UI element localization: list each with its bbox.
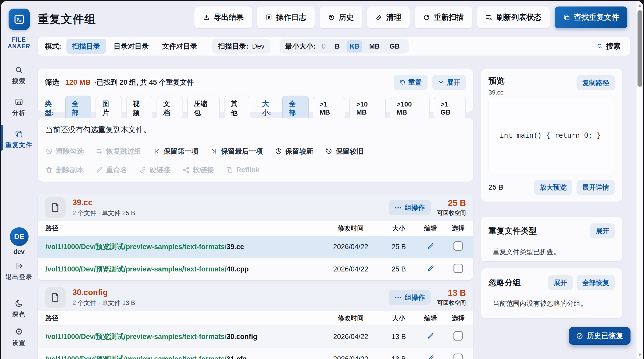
mode-bar: 模式: 扫描目录 目录对目录 文件对目录 扫描目录: Dev 最小大小: 0 B… [38,37,630,56]
operation-log-button[interactable]: 操作日志 [257,6,315,28]
size-all[interactable]: 全部 [282,96,308,121]
unit-mb[interactable]: MB [366,40,383,52]
scrollbar-thumb[interactable] [638,10,642,87]
sidebar-item-duplicates[interactable]: 重复文件 [1,130,37,149]
scan-directory-value[interactable]: Dev [252,42,265,50]
restore-skipped-groups-action[interactable]: 恢复跳过组 [96,147,141,156]
history-restored-toast[interactable]: 历史已恢复 [569,327,631,345]
table-row[interactable]: /vol1/1000/Dev/预览测试/preview-samples/text… [38,325,473,348]
sidebar-item-analytics[interactable]: 分析 [1,97,37,117]
app-logo[interactable] [9,9,30,30]
edit-button[interactable] [427,355,434,359]
edit-button[interactable] [427,332,434,340]
size-gt1mb[interactable]: >1 MB [313,97,345,120]
table-row[interactable]: /vol1/1000/Dev/预览测试/preview-samples/text… [38,236,473,258]
sidebar-item-theme[interactable]: 深色 [1,299,37,318]
keep-newer-action[interactable]: 保留较新 [275,147,313,156]
gear-icon: ⚙ [15,327,23,336]
reflink-action[interactable]: Reflink [226,166,260,174]
search-icon [597,43,603,49]
check-circle-icon [576,332,583,340]
sidebar-item-settings[interactable]: ⚙ 设置 [1,327,37,347]
type-documents[interactable]: 文档 [157,96,183,121]
group-actions-button[interactable]: ⋯ 组操作 [389,290,431,305]
sidebar-item-logout[interactable]: 退出登录 [1,262,37,281]
clean-button[interactable]: 清理 [367,6,410,28]
row-checkbox[interactable] [453,241,463,251]
group-meta: 2 个文件 · 单文件 25 B [72,209,135,217]
vertical-scrollbar[interactable]: ▲ ▼ [636,1,643,359]
type-other[interactable]: 其他 [224,96,250,121]
type-images[interactable]: 图片 [96,96,122,121]
filter-size-badge: 120 MB [65,78,91,87]
avatar[interactable]: DE [10,227,29,246]
duplicate-types-panel: 重复文件类型 展开 重复文件类型已折叠。 [481,217,622,261]
col-size: 大小 [379,221,418,236]
copy-path-button[interactable]: 复制路径 [577,75,615,90]
sidebar-item-search[interactable]: 搜索 [1,66,37,85]
row-checkbox[interactable] [453,354,463,359]
keep-first-action[interactable]: 保留第一项 [153,147,199,156]
symlink-action[interactable]: 软链接 [182,165,214,175]
path-directory: /vol1/1000/Dev/预览测试/preview-samples/text… [45,355,227,359]
row-checkbox[interactable] [453,264,463,273]
export-results-button[interactable]: 导出结果 [194,6,252,28]
history-button[interactable]: 历史 [320,6,362,28]
scroll-down-arrow[interactable]: ▼ [636,352,643,357]
search-icon [15,66,23,75]
clear-selection-action[interactable]: 清除勾选 [45,147,84,156]
duplicate-group-card: 39.cc 2 个文件 · 单文件 25 B ⋯ 组操作 25 B 可回收空间 … [38,194,473,280]
hardlink-action[interactable]: 硬链接 [139,165,171,175]
size-gt100mb[interactable]: >100 MB [390,97,430,120]
expand-filter-button[interactable]: 展开 [432,75,466,90]
mode-file-vs-dir[interactable]: 文件对目录 [157,39,203,54]
table-row[interactable]: /vol1/1000/Dev/预览测试/preview-samples/text… [38,258,473,280]
search-button[interactable]: 搜索 [597,41,623,51]
keep-last-action[interactable]: 保留最后一项 [211,147,263,156]
unit-gb[interactable]: GB [387,40,403,52]
expand-types-button[interactable]: 展开 [590,223,615,238]
modified-time: 2026/04/22 [322,325,379,348]
link-icon [139,166,146,174]
group-actions-button[interactable]: ⋯ 组操作 [389,200,431,215]
path-directory: /vol1/1000/Dev/预览测试/preview-samples/text… [45,333,227,341]
unit-b[interactable]: B [332,40,343,52]
delete-copies-action[interactable]: 删除副本 [45,165,84,175]
expand-ignored-button[interactable]: 展开 [548,275,573,290]
rename-action[interactable]: 重命名 [96,165,127,175]
refresh-list-status-button[interactable]: 刷新列表状态 [477,6,550,28]
scroll-up-arrow[interactable]: ▲ [636,3,643,8]
expand-details-button[interactable]: 展开详情 [577,180,615,195]
modified-time: 2026/04/22 [322,348,379,359]
preview-title: 预览 [489,75,505,86]
header-buttons: 导出结果 操作日志 历史 清理 [194,6,627,28]
table-header-row: 路径 修改时间 大小 编辑 选择 [38,221,473,236]
mode-scan-directory[interactable]: 扫描目录 [66,39,106,54]
reset-icon [399,79,406,85]
min-size-input[interactable]: 0 [319,42,328,50]
type-videos[interactable]: 视频 [126,96,152,121]
col-edit: 编辑 [418,311,443,325]
mode-dir-vs-dir[interactable]: 目录对目录 [108,39,154,54]
rescan-button[interactable]: 重新扫描 [415,6,472,28]
filter-summary: ·已找到 20 组, 共 45 个重复文件 [94,78,194,87]
edit-button[interactable] [427,242,434,250]
table-row[interactable]: /vol1/1000/Dev/预览测试/preview-samples/text… [38,348,473,359]
col-select: 选择 [443,221,473,236]
find-duplicates-button[interactable]: 查找重复文件 [555,6,627,28]
zoom-preview-button[interactable]: 放大预览 [534,180,572,195]
type-archives[interactable]: 压缩包 [187,96,220,121]
edit-button[interactable] [427,265,434,272]
reset-button[interactable]: 重置 [394,75,428,90]
keep-older-action[interactable]: 保留较旧 [325,147,364,156]
unit-kb[interactable]: KB [347,40,363,52]
row-checkbox[interactable] [453,331,463,341]
size-gt1gb[interactable]: >1 GB [434,97,466,120]
type-all[interactable]: 全部 [65,96,91,121]
ellipsis-icon: ⋯ [394,204,402,211]
clean-icon [375,14,383,21]
restore-all-button[interactable]: 全部恢复 [577,275,615,290]
group-table: 路径 修改时间 大小 编辑 选择 /vol1/1000/Dev/预览测试/pre… [38,221,473,280]
size-gt10mb[interactable]: >10 MB [349,97,385,120]
moon-icon [15,299,23,308]
